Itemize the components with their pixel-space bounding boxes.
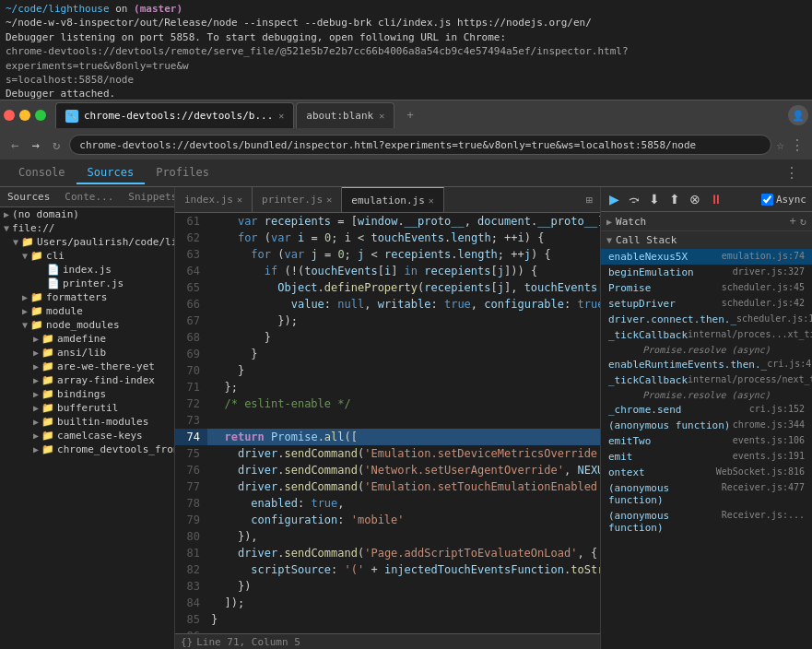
- code-line: 73: [175, 412, 600, 429]
- tree-item-label: bindings: [57, 388, 106, 400]
- devtools-menu-button[interactable]: ⋮: [779, 164, 805, 182]
- callstack-item[interactable]: ontext WebSocket.js:816: [601, 465, 812, 480]
- devtools-tab-bar: Console Sources Profiles ⋮: [0, 159, 812, 187]
- callstack-item[interactable]: enableNexus5X emulation.js:74: [601, 249, 812, 265]
- editor-action-button[interactable]: ⊞: [586, 194, 593, 206]
- tree-item-builtin-modules[interactable]: ▶ 📁 builtin-modules: [0, 415, 174, 429]
- address-input[interactable]: [69, 135, 771, 155]
- cs-location: Receiver.js:477: [722, 482, 805, 506]
- callstack-item[interactable]: _tickCallback internal/proces...xt_tick.…: [601, 327, 812, 343]
- async-checkbox[interactable]: [761, 194, 773, 206]
- tree-item-lighthouse[interactable]: ▼ 📁 Users/paulirish/code/lighthous: [0, 235, 174, 249]
- cs-function-name: _chrome.send: [608, 404, 681, 416]
- callstack-item[interactable]: Promise scheduler.js:45: [601, 280, 812, 296]
- cs-function-name: enableRuntimeEvents.then._: [608, 359, 767, 371]
- cs-function-name: (anonymous function): [608, 482, 722, 506]
- ft-tab-sources[interactable]: Sources: [0, 187, 57, 206]
- callstack-item[interactable]: enableRuntimeEvents.then._ cri.js:49: [601, 357, 812, 372]
- folder-icon: 📁: [41, 333, 54, 345]
- tab-devtools-icon: 🔧: [65, 110, 78, 123]
- cs-function-name: ontext: [608, 466, 645, 478]
- tab-console[interactable]: Console: [7, 162, 76, 184]
- callstack-item[interactable]: driver.connect.then._ scheduler.js:125: [601, 312, 812, 327]
- callstack-item[interactable]: (anonymous function) Receiver.js:...: [601, 508, 812, 536]
- editor-tab-printerjs[interactable]: printer.js ✕: [253, 187, 342, 212]
- browser-menu-button[interactable]: ⋮: [790, 136, 805, 154]
- ft-tab-snippets[interactable]: Snippets: [121, 187, 175, 206]
- back-button[interactable]: ←: [7, 136, 22, 154]
- new-tab-button[interactable]: +: [396, 109, 424, 122]
- tree-item-are-we-there-yet[interactable]: ▶ 📁 are-we-there-yet: [0, 360, 174, 373]
- tree-item-formatters[interactable]: ▶ 📁 formatters: [0, 290, 174, 304]
- tree-item-bindings[interactable]: ▶ 📁 bindings: [0, 387, 174, 401]
- editor-tab-indexjs[interactable]: index.js ✕: [175, 187, 253, 212]
- code-editor[interactable]: 61 var recepients = [window.__proto__, d…: [175, 213, 600, 633]
- code-line: 63 for (var j = 0; j < recepients.length…: [175, 246, 600, 263]
- watch-actions: + ↻: [790, 215, 806, 228]
- tree-item-node-modules[interactable]: ▼ 📁 node_modules: [0, 318, 174, 332]
- code-line: 85 }: [175, 611, 600, 628]
- callstack-item[interactable]: emit events.js:191: [601, 449, 812, 465]
- tree-item-module[interactable]: ▶ 📁 module: [0, 304, 174, 318]
- terminal-line4b: s=localhost:5858/node: [6, 74, 134, 86]
- tab-sources[interactable]: Sources: [76, 162, 146, 184]
- tab-profiles[interactable]: Profiles: [145, 162, 220, 184]
- tree-arrow-icon: ▶: [33, 334, 39, 344]
- step-into-button[interactable]: ⬇: [646, 190, 663, 208]
- tree-arrow-icon: ▶: [33, 417, 39, 427]
- bookmark-button[interactable]: ☆: [777, 137, 784, 152]
- watch-header[interactable]: ▶ Watch + ↻: [601, 212, 812, 230]
- tree-item-file[interactable]: ▼ file://: [0, 221, 174, 235]
- tree-item-cli[interactable]: ▼ 📁 cli: [0, 249, 174, 263]
- tree-arrow-icon: ▶: [33, 431, 39, 441]
- cs-location: WebSocket.js:816: [716, 466, 805, 478]
- tree-item-ansilib[interactable]: ▶ 📁 ansi/lib: [0, 346, 174, 360]
- browser-chrome: 🔧 chrome-devtools://devtools/b... ✕ abou…: [0, 100, 812, 159]
- watch-refresh-button[interactable]: ↻: [800, 215, 806, 228]
- close-window-button[interactable]: [4, 110, 15, 121]
- code-line: 68 }: [175, 329, 600, 346]
- tab-devtools[interactable]: 🔧 chrome-devtools://devtools/b... ✕: [55, 102, 294, 128]
- tree-item-amdefine[interactable]: ▶ 📁 amdefine: [0, 332, 174, 346]
- devtools-panel: Console Sources Profiles ⋮ Sources Conte…: [0, 159, 812, 649]
- tree-item-array-find-index[interactable]: ▶ 📁 array-find-index: [0, 373, 174, 387]
- ft-tab-content[interactable]: Conte...: [57, 187, 121, 206]
- callstack-item[interactable]: (anonymous function) Receiver.js:477: [601, 480, 812, 508]
- code-line: 72 /* eslint-enable */: [175, 395, 600, 412]
- tab-blank[interactable]: about:blank ✕: [296, 102, 394, 128]
- profile-button[interactable]: 👤: [788, 105, 808, 125]
- tree-item-no-domain[interactable]: ▶ (no domain): [0, 207, 174, 221]
- callstack-item[interactable]: setupDriver scheduler.js:42: [601, 296, 812, 312]
- callstack-header[interactable]: ▼ Call Stack: [601, 231, 812, 249]
- step-over-button[interactable]: ⤼: [626, 190, 642, 208]
- folder-icon: 📁: [30, 250, 43, 262]
- watch-add-button[interactable]: +: [790, 215, 796, 228]
- editor-tab-close[interactable]: ✕: [326, 195, 332, 205]
- tree-item-printerjs[interactable]: 📄 printer.js: [0, 277, 174, 290]
- reload-button[interactable]: ↻: [49, 136, 64, 154]
- callstack-item[interactable]: _chrome.send cri.js:152: [601, 402, 812, 418]
- folder-icon: 📁: [41, 430, 54, 442]
- step-out-button[interactable]: ⬆: [666, 190, 683, 208]
- editor-tab-emulationjs[interactable]: emulation.js ✕: [342, 187, 444, 212]
- tree-item-camelcase-keys[interactable]: ▶ 📁 camelcase-keys: [0, 429, 174, 442]
- tree-item-indexjs[interactable]: 📄 index.js: [0, 263, 174, 277]
- minimize-window-button[interactable]: [19, 110, 30, 121]
- editor-tab-close[interactable]: ✕: [429, 195, 434, 206]
- maximize-window-button[interactable]: [35, 110, 46, 121]
- deactivate-button[interactable]: ⊗: [687, 190, 703, 208]
- terminal-line3: Debugger listening on port 5858. To star…: [6, 31, 506, 43]
- tree-item-chrome-devtools[interactable]: ▶ 📁 chrome_devtools_fronte...: [0, 442, 174, 456]
- callstack-item[interactable]: (anonymous function) chrome.js:344: [601, 418, 812, 433]
- callstack-item[interactable]: _tickCallback internal/process/next_tick…: [601, 372, 812, 388]
- terminal-line4: chrome-devtools://devtools/remote/serve_…: [6, 45, 629, 71]
- tree-item-bufferutil[interactable]: ▶ 📁 bufferutil: [0, 401, 174, 415]
- resume-button[interactable]: ▶: [606, 190, 622, 208]
- callstack-item[interactable]: beginEmulation driver.js:327: [601, 265, 812, 280]
- editor-tab-close[interactable]: ✕: [237, 195, 242, 205]
- tab-devtools-close[interactable]: ✕: [278, 111, 284, 121]
- tab-blank-close[interactable]: ✕: [379, 111, 384, 121]
- forward-button[interactable]: →: [28, 136, 42, 154]
- callstack-item[interactable]: emitTwo events.js:106: [601, 433, 812, 449]
- pause-exceptions-button[interactable]: ⏸: [707, 190, 725, 208]
